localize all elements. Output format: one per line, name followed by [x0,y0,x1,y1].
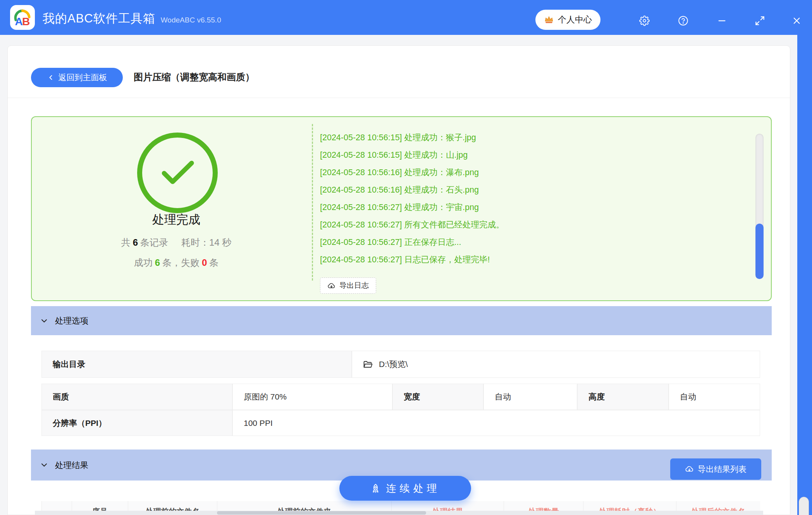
results-section-title: 处理结果 [55,460,88,471]
rocket-icon [370,483,381,494]
export-log-button[interactable]: 导出日志 [320,277,376,294]
window-right-frame [797,35,812,515]
export-log-label: 导出日志 [339,281,369,291]
svg-text:A: A [15,16,23,28]
back-to-dashboard-button[interactable]: 返回到主面板 [31,68,123,87]
minimize-icon[interactable] [715,14,729,28]
log-divider [312,124,313,281]
close-icon[interactable] [790,14,803,28]
log-line: [2024-05-28 10:56:15] 处理成功：山.jpg [320,146,746,164]
svg-text:B: B [22,16,30,28]
chevron-down-icon [40,316,49,326]
app-logo-icon: A B [10,5,35,30]
output-dir-label: 输出目录 [41,351,352,378]
app-version: WodeABC v6.55.0 [161,16,221,24]
elapsed-time: 耗时：14 秒 [181,237,231,248]
width-value[interactable]: 自动 [483,384,577,410]
ppi-label: 分辨率（PPI） [41,410,232,436]
summary-line-success-fail: 成功6条，失败0条 [50,257,302,269]
back-button-label: 返回到主面板 [58,72,107,83]
status-title: 处理完成 [50,212,302,228]
log-line: [2024-05-28 10:56:27] 处理成功：宇宙.png [320,199,746,216]
log-line: [2024-05-28 10:56:27] 日志已保存，处理完毕! [320,251,746,269]
total-count: 6 [133,237,138,248]
chevron-left-icon [47,74,55,81]
continue-processing-label: 连续处理 [386,482,440,495]
output-dir-value[interactable]: D:\预览\ [352,351,760,378]
quality-value[interactable]: 原图的 70% [232,384,392,410]
help-icon[interactable] [676,14,690,28]
failed-count: 0 [202,257,207,268]
success-check-icon [137,133,218,213]
options-section-title: 处理选项 [55,315,88,326]
height-label: 高度 [577,384,669,410]
chevron-down-icon [40,460,49,470]
user-center-label: 个人中心 [558,14,592,26]
app-title: 我的ABC软件工具箱 [43,10,155,27]
options-section-header[interactable]: 处理选项 [31,306,772,335]
settings-gear-icon[interactable] [637,14,651,28]
process-log-list: [2024-05-28 10:56:15] 处理成功：猴子.jpg [2024-… [320,129,746,269]
log-line: [2024-05-28 10:56:16] 处理成功：石头.png [320,181,746,199]
summary-line-records: 共6条记录耗时：14 秒 [50,236,302,249]
window-scrollbar-thumb[interactable] [799,497,809,515]
export-results-label: 导出结果列表 [698,464,747,475]
success-count: 6 [155,257,160,268]
continue-processing-button[interactable]: 连续处理 [339,476,471,501]
cloud-download-icon [685,465,694,474]
log-line: [2024-05-28 10:56:27] 正在保存日志... [320,234,746,251]
table-horizontal-scrollbar-thumb[interactable] [217,511,426,515]
maximize-icon[interactable] [753,14,767,28]
width-label: 宽度 [392,384,483,410]
log-line: [2024-05-28 10:56:27] 所有文件都已经处理完成。 [320,216,746,234]
output-dir-path: D:\预览\ [379,359,408,370]
header-divider [8,98,790,98]
crown-icon [544,15,554,25]
quality-label: 画质 [41,384,232,410]
log-scrollbar-thumb[interactable] [755,224,764,279]
folder-icon [363,360,373,369]
height-value[interactable]: 自动 [669,384,760,410]
log-line: [2024-05-28 10:56:16] 处理成功：瀑布.png [320,164,746,181]
export-results-button[interactable]: 导出结果列表 [670,458,761,480]
titlebar: A B 我的ABC软件工具箱 WodeABC v6.55.0 个人中心 [0,0,812,35]
user-center-button[interactable]: 个人中心 [535,10,600,30]
page-title: 图片压缩（调整宽高和画质） [134,71,255,83]
ppi-value[interactable]: 100 PPI [232,410,760,436]
log-line: [2024-05-28 10:56:15] 处理成功：猴子.jpg [320,129,746,146]
cloud-download-icon [327,282,335,290]
